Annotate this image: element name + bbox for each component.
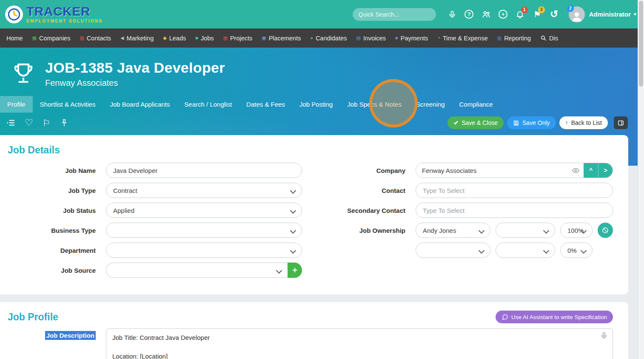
payments-icon: ■ [395,36,398,40]
nav-item-marketing[interactable]: ◀Marketing [116,28,158,48]
record-outline-icon[interactable] [6,118,15,127]
chevron-right-icon: > [604,167,607,174]
tab-dates-fees[interactable]: Dates & Fees [239,96,292,113]
department-select[interactable] [106,243,302,258]
company-input[interactable] [416,163,567,178]
job-owner-percent-select[interactable]: 100% [560,223,593,238]
secondary-owner-select[interactable] [416,243,490,258]
tab-screening[interactable]: Screening [409,96,452,113]
nav-item-placements[interactable]: ▣Placements [257,28,305,48]
nav-item-reporting[interactable]: ▥Reporting [493,28,536,48]
page-subtitle: Fenway Associates [45,78,225,88]
secondary-contact-label: Secondary Contact [310,207,405,214]
save-only-button[interactable]: Save Only [507,116,556,129]
nav-item-home[interactable]: Home [2,28,28,48]
placements-icon: ▣ [262,36,266,40]
topbar: TRACKER EMPLOYMENT SOLUTIONS ? + 1 ⚑ 3 ↺ [0,0,644,28]
flags-icon[interactable]: ⚑ 3 [529,6,546,23]
avatar-badge: 2 [567,5,574,12]
leads-icon: ◆ [163,36,166,40]
favorite-heart-icon[interactable]: ♡ [25,118,33,127]
reporting-icon: ▥ [497,36,502,40]
tab-job-posting[interactable]: Job Posting [292,96,340,113]
job-type-select[interactable]: Contract [106,183,302,198]
user-name-label: Administrator [589,11,631,18]
secondary-owner-percent-select[interactable]: 0% [560,243,593,258]
contact-input[interactable] [416,183,613,198]
tab-profile[interactable]: Profile [0,96,33,113]
job-profile-heading: Job Profile [0,311,58,323]
nav-item-jobs[interactable]: ■Jobs [191,28,218,48]
contacts-icon: ▥ [80,36,84,40]
job-description-label: Job Description [0,328,96,339]
panel-icon [617,119,624,127]
clock-icon: ◔ [437,36,440,40]
main-content: Job Details Job Name Job Type Contract J… [0,135,644,359]
contact-label: Contact [310,187,405,194]
company-collapse-button[interactable]: ^ [584,163,598,178]
notifications-bell-icon[interactable]: 1 [512,6,529,23]
job-profile-card: Job Profile Use AI Assistant to write Sp… [0,302,628,359]
job-type-label: Job Type [0,187,96,194]
help-icon[interactable]: ? [461,6,478,23]
nav-item-companies[interactable]: ▦Companies [28,28,75,48]
nav-item-time-expense[interactable]: ◔Time & Expense [433,28,493,48]
tab-job-board-applicants[interactable]: Job Board Applicants [103,96,177,113]
job-owner-select[interactable]: Andy Jones [416,223,490,238]
side-panel-toggle-button[interactable] [614,116,628,129]
user-menu[interactable]: Administrator ▼ [589,11,637,18]
scrollbar-thumb[interactable] [639,1,643,87]
chevron-up-icon: ^ [589,167,593,174]
page-title: JOB-1385 Java Developer [45,59,225,76]
flag-record-icon[interactable]: ⚐ [43,119,51,127]
nav-item-invoices[interactable]: ▤Invoices [351,28,390,48]
job-source-select[interactable] [106,263,288,278]
nav-item-projects[interactable]: ▤Projects [219,28,257,48]
logo-title: TRACKER [26,5,103,18]
dictate-microphone-icon[interactable] [600,332,608,339]
nav-item-discover[interactable]: Dis [536,28,563,48]
job-name-input[interactable] [106,163,302,178]
candidates-icon: ● [310,36,313,40]
job-status-select[interactable]: Applied [106,203,302,218]
record-tabs: Profile Shortlist & Activities Job Board… [0,96,644,113]
logo-subtitle: EMPLOYMENT SOLUTIONS [26,19,103,23]
tracker-logo-icon [5,6,23,23]
nav-item-candidates[interactable]: ●Candidates [305,28,351,48]
microphone-icon[interactable] [444,6,461,23]
job-owner-role-select[interactable] [496,223,555,238]
secondary-owner-role-select[interactable] [496,243,555,258]
company-label: Company [310,167,405,174]
companies-icon: ▦ [32,36,37,40]
secondary-contact-input[interactable] [416,203,613,218]
view-company-eye-icon[interactable] [567,163,584,178]
back-to-list-button[interactable]: ↑ Back to List [559,116,608,129]
user-avatar[interactable]: 2 [569,6,585,23]
tab-job-specs-notes[interactable]: Job Specs & Notes [340,96,409,113]
tracker-logo[interactable]: TRACKER EMPLOYMENT SOLUTIONS [5,5,103,23]
company-open-button[interactable]: > [598,163,613,178]
tab-search-longlist[interactable]: Search / Longlist [177,96,239,113]
ownership-action-button[interactable] [598,223,613,238]
nav-item-payments[interactable]: ■Payments [390,28,433,48]
page-scrollbar[interactable] [638,0,644,359]
job-name-label: Job Name [0,167,96,174]
quick-search-input[interactable] [359,11,430,18]
ai-assistant-button[interactable]: Use AI Assistant to write Specification [496,311,613,323]
job-description-textarea[interactable]: Job Title: Contract Java Developer Locat… [106,328,613,359]
pin-record-icon[interactable] [60,119,68,127]
tab-shortlist-activities[interactable]: Shortlist & Activities [33,96,103,113]
chevron-down-icon: ▼ [633,12,637,17]
save-close-button[interactable]: ✔ Save & Close [447,116,504,129]
tab-compliance[interactable]: Compliance [452,96,500,113]
floppy-icon [513,120,519,126]
add-job-source-button[interactable]: + [288,263,302,278]
slash-circle-icon [601,226,609,234]
connections-icon[interactable] [478,6,495,23]
nav-item-leads[interactable]: ◆Leads [158,28,191,48]
nav-item-contacts[interactable]: ▥Contacts [75,28,116,48]
history-icon[interactable]: ↺ [546,6,563,23]
quick-search[interactable] [353,8,436,21]
business-type-select[interactable] [106,223,302,238]
add-record-icon[interactable]: + [495,6,512,23]
